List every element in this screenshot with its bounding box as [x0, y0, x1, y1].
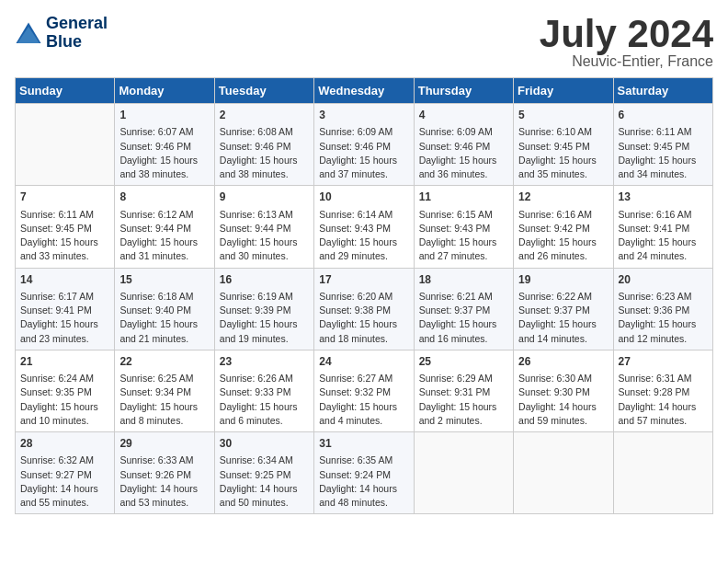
day-info: and 53 minutes.: [119, 496, 209, 510]
day-info: Sunrise: 6:31 AM: [619, 372, 708, 385]
day-info: Sunset: 9:46 PM: [319, 140, 408, 154]
day-number: 26: [518, 354, 608, 370]
calendar-cell: 13Sunrise: 6:16 AMSunset: 9:41 PMDayligh…: [613, 186, 712, 268]
logo-text: General Blue: [46, 15, 108, 52]
day-info: and 37 minutes.: [319, 167, 408, 181]
day-info: and 29 minutes.: [319, 249, 408, 263]
day-header-monday: Monday: [115, 78, 214, 104]
day-header-sunday: Sunday: [16, 78, 115, 104]
day-info: and 18 minutes.: [319, 332, 408, 346]
day-info: Daylight: 14 hours: [119, 482, 209, 496]
calendar-cell: 18Sunrise: 6:21 AMSunset: 9:37 PMDayligh…: [414, 268, 513, 350]
calendar-cell: 22Sunrise: 6:25 AMSunset: 9:34 PMDayligh…: [115, 350, 214, 431]
calendar-cell: 3Sunrise: 6:09 AMSunset: 9:46 PMDaylight…: [314, 104, 414, 186]
calendar-cell: 1Sunrise: 6:07 AMSunset: 9:46 PMDaylight…: [115, 104, 214, 186]
calendar-cell: 21Sunrise: 6:24 AMSunset: 9:35 PMDayligh…: [16, 350, 115, 431]
day-info: Daylight: 14 hours: [20, 482, 109, 496]
day-info: Daylight: 15 hours: [319, 317, 408, 331]
day-info: Sunrise: 6:24 AM: [20, 372, 109, 385]
day-number: 30: [220, 436, 309, 452]
day-info: Sunrise: 6:13 AM: [220, 208, 309, 222]
day-header-tuesday: Tuesday: [214, 78, 313, 104]
day-number: 10: [319, 190, 408, 205]
day-info: Sunrise: 6:21 AM: [419, 290, 508, 304]
calendar-cell: [613, 432, 712, 514]
day-info: and 14 minutes.: [518, 332, 608, 346]
day-info: Sunset: 9:46 PM: [419, 140, 508, 154]
week-row-1: 1Sunrise: 6:07 AMSunset: 9:46 PMDaylight…: [16, 104, 713, 186]
week-row-5: 28Sunrise: 6:32 AMSunset: 9:27 PMDayligh…: [16, 432, 713, 514]
day-info: Sunset: 9:38 PM: [319, 304, 408, 317]
day-info: Daylight: 15 hours: [119, 236, 209, 249]
day-info: and 59 minutes.: [518, 414, 608, 428]
day-number: 15: [119, 272, 209, 288]
day-info: Daylight: 14 hours: [319, 482, 408, 496]
calendar-cell: 20Sunrise: 6:23 AMSunset: 9:36 PMDayligh…: [613, 268, 712, 350]
day-info: and 31 minutes.: [119, 249, 209, 263]
day-info: Daylight: 15 hours: [619, 317, 708, 331]
day-info: and 2 minutes.: [419, 414, 508, 428]
day-info: Sunset: 9:43 PM: [319, 222, 408, 236]
day-info: Sunset: 9:41 PM: [20, 304, 109, 317]
day-info: Sunrise: 6:08 AM: [220, 125, 309, 139]
day-number: 16: [220, 272, 309, 288]
calendar-cell: 17Sunrise: 6:20 AMSunset: 9:38 PMDayligh…: [314, 268, 414, 350]
day-number: 23: [220, 354, 309, 370]
day-info: Sunrise: 6:25 AM: [119, 372, 209, 385]
day-info: Daylight: 15 hours: [220, 400, 309, 414]
calendar-cell: 29Sunrise: 6:33 AMSunset: 9:26 PMDayligh…: [115, 432, 214, 514]
calendar-cell: 6Sunrise: 6:11 AMSunset: 9:45 PMDaylight…: [613, 104, 712, 186]
day-number: 3: [319, 108, 408, 123]
day-number: 29: [119, 436, 209, 452]
day-info: Daylight: 15 hours: [20, 400, 109, 414]
day-info: Sunset: 9:24 PM: [319, 468, 408, 482]
day-info: Sunrise: 6:10 AM: [518, 125, 608, 139]
calendar-cell: 5Sunrise: 6:10 AMSunset: 9:45 PMDaylight…: [514, 104, 613, 186]
calendar-cell: 2Sunrise: 6:08 AMSunset: 9:46 PMDaylight…: [214, 104, 313, 186]
day-info: Sunrise: 6:26 AM: [220, 372, 309, 385]
logo: General Blue: [15, 15, 108, 52]
day-number: 18: [419, 272, 508, 288]
day-info: Daylight: 15 hours: [119, 317, 209, 331]
day-number: 7: [20, 190, 109, 205]
calendar-cell: 24Sunrise: 6:27 AMSunset: 9:32 PMDayligh…: [314, 350, 414, 431]
svg-marker-1: [17, 27, 40, 43]
day-info: and 23 minutes.: [20, 332, 109, 346]
calendar-cell: [514, 432, 613, 514]
day-number: 17: [319, 272, 408, 288]
day-info: Sunrise: 6:20 AM: [319, 290, 408, 304]
day-info: Sunset: 9:37 PM: [419, 304, 508, 317]
calendar-cell: [414, 432, 513, 514]
day-info: Daylight: 15 hours: [518, 236, 608, 249]
day-info: Sunset: 9:39 PM: [220, 304, 309, 317]
day-number: 4: [419, 108, 508, 123]
day-info: and 36 minutes.: [419, 167, 508, 181]
day-info: and 4 minutes.: [319, 414, 408, 428]
day-info: Sunrise: 6:33 AM: [119, 454, 209, 467]
day-number: 2: [220, 108, 309, 123]
day-info: Sunrise: 6:16 AM: [619, 208, 708, 222]
day-info: Sunset: 9:34 PM: [119, 385, 209, 399]
page-header: General Blue July 2024 Neuvic-Entier, Fr…: [15, 15, 713, 70]
day-info: Daylight: 15 hours: [220, 154, 309, 167]
day-info: and 50 minutes.: [220, 496, 309, 510]
day-number: 22: [119, 354, 209, 370]
logo-icon: [15, 19, 42, 47]
calendar-cell: 4Sunrise: 6:09 AMSunset: 9:46 PMDaylight…: [414, 104, 513, 186]
calendar-table: SundayMondayTuesdayWednesdayThursdayFrid…: [15, 77, 713, 514]
day-header-wednesday: Wednesday: [314, 78, 414, 104]
day-info: Daylight: 15 hours: [119, 400, 209, 414]
week-row-2: 7Sunrise: 6:11 AMSunset: 9:45 PMDaylight…: [16, 186, 713, 268]
day-info: Daylight: 15 hours: [419, 317, 508, 331]
day-info: Sunrise: 6:27 AM: [319, 372, 408, 385]
calendar-cell: 7Sunrise: 6:11 AMSunset: 9:45 PMDaylight…: [16, 186, 115, 268]
day-number: 1: [119, 108, 209, 123]
day-number: 8: [119, 190, 209, 205]
day-info: Sunset: 9:46 PM: [220, 140, 309, 154]
day-info: Sunrise: 6:30 AM: [518, 372, 608, 385]
day-info: Sunrise: 6:11 AM: [20, 208, 109, 222]
day-info: Sunrise: 6:18 AM: [119, 290, 209, 304]
day-info: and 48 minutes.: [319, 496, 408, 510]
day-info: Sunset: 9:32 PM: [319, 385, 408, 399]
day-info: and 26 minutes.: [518, 249, 608, 263]
